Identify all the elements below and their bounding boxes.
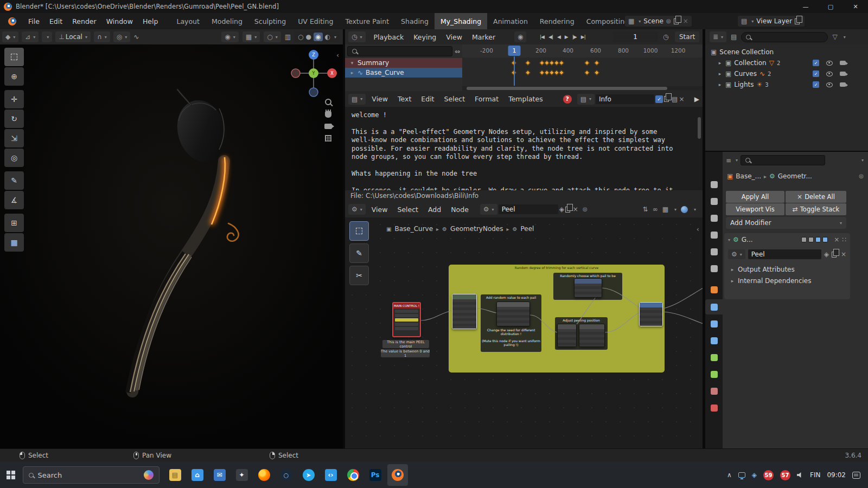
outliner-editor-type-dropdown[interactable]: ≣▾: [710, 31, 726, 42]
copy-icon[interactable]: [664, 96, 669, 102]
pin-icon[interactable]: ◎: [859, 174, 864, 179]
node-group-browse-dropdown[interactable]: ⚙▾: [728, 249, 745, 259]
text-menu-format[interactable]: Format: [470, 95, 503, 103]
new-view-layer-icon[interactable]: [795, 18, 800, 24]
scene-tab[interactable]: [705, 244, 723, 259]
timeline-ruler[interactable]: -20020040060080010001200: [462, 44, 703, 57]
channel-search-input[interactable]: [347, 46, 452, 56]
add-modifier-dropdown[interactable]: Add Modifier▾: [726, 217, 846, 229]
transport-jump-to-start-icon[interactable]: |◀: [538, 34, 546, 40]
viewport-vis-button[interactable]: Viewport Vis: [726, 203, 784, 215]
ne-knife-tool[interactable]: ✂: [349, 266, 369, 285]
world-tab[interactable]: [705, 261, 723, 276]
box-select-tool[interactable]: [4, 48, 24, 66]
taskbar-search-input[interactable]: Search: [23, 466, 159, 484]
move-tool[interactable]: ✛: [4, 90, 24, 108]
toggle-perspective-icon[interactable]: [325, 135, 331, 142]
text-datablock-dropdown[interactable]: ▤▾: [577, 94, 595, 105]
transform-orientation-dropdown[interactable]: ⊥ Local▾: [55, 31, 91, 42]
snap-grid-icon[interactable]: ▦: [662, 206, 668, 213]
new-scene-copy-icon[interactable]: [674, 18, 679, 24]
transport-play-reverse-icon[interactable]: ◀: [555, 34, 563, 40]
cage-toggle[interactable]: [808, 237, 814, 242]
run-script-icon[interactable]: ▶: [694, 96, 699, 102]
breadcrumb-object[interactable]: Base_...: [736, 172, 761, 180]
viewport-3d[interactable]: ⊕✛↻⇲◎✎∡⊞▦ Z Y X ‹: [0, 44, 343, 448]
timeline-menu-view[interactable]: View: [441, 33, 467, 41]
photoshop-icon[interactable]: Ps: [365, 464, 386, 486]
navigation-gizmo[interactable]: Z Y X: [282, 48, 343, 102]
realtime-toggle[interactable]: [815, 237, 821, 242]
collapse-region-icon[interactable]: ‹: [697, 225, 699, 233]
measure-tool[interactable]: ∡: [4, 191, 24, 209]
notification-badge[interactable]: 57: [780, 470, 790, 480]
keyframe-diamond[interactable]: [559, 60, 564, 66]
maximize-button[interactable]: ▢: [818, 0, 843, 13]
firefox-icon[interactable]: [254, 464, 275, 486]
language-indicator[interactable]: FIN: [810, 471, 820, 479]
store-icon[interactable]: ⌂: [187, 464, 208, 486]
node-canvas[interactable]: ▣Base_Curve▸⚙GeometryNodes▸⚙Peel ✎✂ ‹ Ra…: [345, 217, 703, 448]
scene-browse-icon[interactable]: ▦: [628, 18, 634, 24]
workspace-tab-uv-editing[interactable]: UV Editing: [292, 13, 339, 29]
chat-app-icon[interactable]: ✦: [232, 464, 252, 486]
outliner-row-collection[interactable]: ▸▣Collection▽2✓: [705, 57, 868, 68]
visibility-dropdown[interactable]: ◉▾: [221, 31, 239, 42]
ne-box-select-tool[interactable]: [349, 221, 369, 241]
breadcrumb-item-geometrynodes[interactable]: GeometryNodes: [450, 225, 503, 233]
text-menu-edit[interactable]: Edit: [416, 95, 439, 103]
parent-tree-icon[interactable]: ⇅: [643, 206, 648, 213]
auto-keying-toggle[interactable]: ◉: [514, 31, 526, 42]
text-scrollbar[interactable]: [698, 117, 701, 139]
drag-handle-icon[interactable]: ∷: [842, 236, 846, 243]
pin-icon[interactable]: ◎: [666, 18, 671, 24]
properties-editor-icon[interactable]: ≡: [726, 157, 731, 164]
render-tab[interactable]: [705, 194, 723, 209]
pan-hand-icon[interactable]: [325, 111, 331, 118]
node-adjust-b[interactable]: [579, 324, 605, 347]
expand-icon[interactable]: ▸: [717, 60, 723, 66]
cursor-tool[interactable]: ⊕: [4, 67, 24, 86]
view-layer-tab[interactable]: [705, 227, 723, 242]
unlink-icon[interactable]: ×: [573, 206, 578, 213]
chrome-icon[interactable]: [343, 464, 363, 486]
blender-icon[interactable]: [387, 464, 408, 486]
timeline-menu-playback[interactable]: Playback: [369, 33, 409, 41]
action-center-icon[interactable]: [852, 472, 860, 479]
outliner-display-mode-icon[interactable]: ▤: [731, 34, 737, 40]
unlink-icon[interactable]: ×: [679, 96, 684, 102]
auto-offset-icon[interactable]: ∞: [653, 206, 658, 213]
node-output-group[interactable]: [639, 302, 663, 326]
particles-tab[interactable]: [705, 316, 723, 331]
channel-base-curve[interactable]: ▸ ∿ Base_Curve: [345, 68, 462, 78]
node-add-random[interactable]: [496, 301, 530, 326]
node-trim-curve[interactable]: [452, 294, 477, 329]
modifier-header[interactable]: ▾ ⚙ G... × ∷: [724, 233, 850, 246]
render-toggle[interactable]: [822, 237, 828, 242]
security-tray-icon[interactable]: ◈: [752, 471, 757, 479]
object-data-tab[interactable]: [705, 367, 723, 382]
camera-render-icon[interactable]: [840, 82, 846, 87]
view-layer-browse-icon[interactable]: ▤: [741, 18, 747, 24]
keyframe-diamond[interactable]: [525, 70, 531, 75]
timeline-scrollbar[interactable]: [462, 86, 703, 91]
expand-icon[interactable]: ▾: [349, 60, 355, 66]
xray-toggle[interactable]: ▥: [285, 34, 291, 40]
node-tree-name[interactable]: Peel: [499, 204, 558, 214]
texture-tab[interactable]: [705, 400, 723, 415]
keyframe-area[interactable]: [462, 57, 703, 86]
scrollbar-thumb[interactable]: [467, 87, 667, 90]
node-main-control[interactable]: MAIN CONTROL !: [392, 302, 421, 337]
keyframe-diamond[interactable]: [525, 60, 531, 66]
transport-prev-keyframe-icon[interactable]: ◀|: [546, 34, 555, 40]
text-menu-templates[interactable]: Templates: [503, 95, 548, 103]
backdrop-sphere-icon[interactable]: [681, 206, 688, 213]
text-content[interactable]: welcome ! This is a a "Peel-effect" Geom…: [345, 107, 703, 199]
outliner-row-scene-collection[interactable]: ▣ Scene Collection: [705, 47, 868, 57]
delete-scene-icon[interactable]: ×: [683, 18, 688, 24]
show-gizmo-dropdown[interactable]: ▦▾: [242, 31, 260, 42]
output-tab[interactable]: [705, 210, 723, 226]
collapse-region-icon[interactable]: ‹: [336, 51, 339, 59]
node-random-choose[interactable]: [574, 278, 602, 298]
pin-icon[interactable]: ◎: [583, 207, 588, 212]
